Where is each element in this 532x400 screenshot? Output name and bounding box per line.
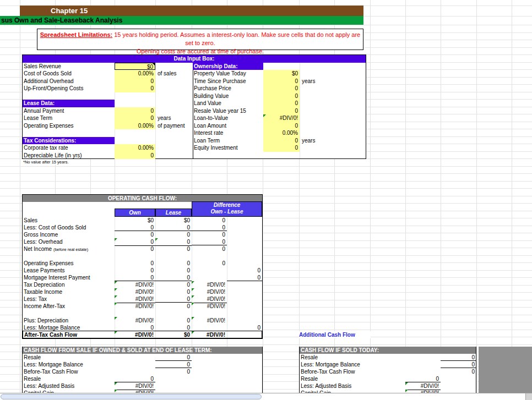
- comment-marker-icon: [153, 63, 155, 65]
- row-label: Resale: [301, 354, 318, 361]
- error-flag-icon: [115, 295, 117, 298]
- loan-term-label: Loan Term: [194, 137, 220, 145]
- outside-sheet-area: [479, 347, 532, 393]
- error-flag-icon: [192, 295, 194, 298]
- value-cell: #DIV/0!: [115, 382, 155, 390]
- loan-to-value-cell: #DIV/0!: [263, 114, 300, 122]
- overhead-input[interactable]: 0: [115, 78, 155, 85]
- own-cell: 0: [115, 231, 155, 238]
- upfront-input[interactable]: 0: [115, 85, 155, 92]
- value-cell: 0: [155, 354, 192, 361]
- error-flag-icon: [115, 317, 117, 320]
- row-label: Resale: [24, 354, 41, 361]
- row-label: Resale: [301, 375, 318, 382]
- property-value-input[interactable]: $0: [263, 70, 300, 78]
- chapter-title-bar: Chapter 15: [20, 6, 363, 16]
- after-tax-cash-flow-row: After-Tax Cash Flow #DIV/0! $0 #DIV/0!: [23, 331, 262, 338]
- interest-rate-input[interactable]: 0.00%: [263, 129, 300, 137]
- horizontal-scrollbar[interactable]: [0, 393, 532, 400]
- own-cell: #DIV/0!: [115, 331, 155, 338]
- lease-cell: 0: [155, 224, 192, 231]
- row-label: Less: Adjusted Basis: [24, 382, 74, 390]
- adjusted-basis-value: #DIV/0!: [405, 382, 441, 390]
- lease-term-label: Lease Term: [24, 114, 52, 122]
- gridline: [300, 63, 300, 159]
- opex-label: Operating Expenses: [24, 122, 74, 130]
- error-flag-icon: [192, 317, 194, 320]
- own-cell: #DIV/0!: [115, 281, 155, 288]
- cogs-input[interactable]: 0.00%: [115, 70, 155, 78]
- sheet-title: sus Own and Sale-Leaseback Analysis: [1, 17, 122, 24]
- lease-cell: $0: [155, 331, 192, 338]
- time-since-purchase-unit: years: [302, 78, 315, 85]
- lease-value: 0: [155, 238, 192, 245]
- overhead-label: Additional Overhead: [24, 78, 74, 85]
- error-flag-icon: [115, 288, 117, 291]
- row-label: Plus: Depreciation: [24, 317, 68, 324]
- cogs-label: Cost of Goods Sold: [24, 70, 72, 78]
- building-value-input[interactable]: 0: [263, 92, 300, 100]
- time-since-purchase-input[interactable]: 0: [263, 78, 300, 85]
- value-cell: 0: [405, 375, 441, 382]
- diff-cell: #DIV/0!: [192, 303, 227, 310]
- loan-term-input[interactable]: 0: [263, 137, 300, 145]
- error-flag-icon: [115, 281, 117, 284]
- value-cell: 0: [441, 368, 476, 375]
- own-cell: 0: [115, 267, 155, 274]
- operating-cash-flow-section: OPERATING CASH FLOW: Own Lease Differenc…: [22, 194, 263, 339]
- row-label: Tax Depreciation: [24, 281, 64, 288]
- opex-input[interactable]: 0.00%: [115, 122, 155, 130]
- diff-value: #DIV/0!: [192, 331, 227, 338]
- error-flag-icon: [115, 238, 117, 241]
- diff-value: #DIV/0!: [192, 288, 227, 295]
- sale-section-header: CASH FLOW FROM SALE IF OWNED & SOLD AT E…: [23, 347, 262, 354]
- row-label: Income After-Tax: [24, 303, 65, 310]
- row-label: Less: Adjusted Basis: [301, 382, 351, 390]
- net-income-note: (before real estate): [53, 247, 88, 252]
- annual-payment-input[interactable]: 0: [115, 107, 155, 115]
- purchase-price-label: Purchase Price: [194, 85, 231, 92]
- lease-cell: 0: [155, 295, 192, 303]
- diff-cell: #DIV/0!: [192, 331, 227, 338]
- sold-today-section: CASH FLOW IF SOLD TODAY: Resale 0 Less: …: [299, 347, 476, 393]
- own-value: #DIV/0!: [115, 288, 155, 295]
- error-flag-icon: [115, 331, 117, 334]
- scrollbar-thumb[interactable]: [1, 394, 262, 399]
- corporate-rate-input[interactable]: 0.00%: [115, 144, 155, 152]
- row-label: Less: Mortgage Balance: [24, 361, 83, 368]
- row-label: Before-Tax Cash Flow: [301, 368, 355, 375]
- row-label: Resale: [24, 375, 41, 382]
- diff-cell: 0: [192, 217, 227, 224]
- additional-cash-flow-label: Additional Cash Flow: [299, 331, 371, 338]
- value-cell: #DIV/0!: [405, 382, 441, 390]
- lease-cell: 0: [155, 274, 192, 281]
- sales-revenue-input[interactable]: $0: [115, 63, 155, 70]
- building-value-label: Building Value: [194, 92, 229, 100]
- resale-value-input[interactable]: 0: [263, 107, 300, 115]
- lease-cell: 0: [155, 281, 192, 288]
- own-cell: #DIV/0!: [115, 288, 155, 295]
- loan-amount-label: Loan Amount: [194, 122, 226, 130]
- row-label: Less: Tax: [24, 295, 47, 303]
- diff-value: #DIV/0!: [192, 281, 227, 288]
- error-flag-icon: [192, 303, 194, 305]
- equity-investment-input[interactable]: 0: [263, 144, 300, 152]
- value-cell: 0: [441, 361, 476, 368]
- lease-term-input[interactable]: 0: [115, 114, 155, 122]
- resale-value-label: Resale Value year 15: [194, 107, 246, 115]
- data-input-box: Data Input Box: Sales Revenue $0 Cost of…: [22, 54, 366, 159]
- annual-payment-label: Annual Payment: [24, 107, 64, 115]
- error-flag-icon: [115, 390, 117, 392]
- diff-value: #DIV/0!: [192, 303, 227, 310]
- lease-cell: 0: [155, 267, 192, 274]
- resize-corner: [525, 393, 532, 400]
- own-value: 0: [115, 238, 155, 245]
- loan-amount-input[interactable]: 0: [263, 122, 300, 130]
- depreciable-life-input[interactable]: 0: [115, 152, 155, 160]
- row-label: Before-Tax Cash Flow: [24, 368, 78, 375]
- loan-to-value-value: #DIV/0!: [263, 114, 300, 122]
- own-cell: 0: [115, 274, 155, 281]
- limitations-note: Spreadsheet Limitations: 15 years holdin…: [37, 29, 363, 50]
- purchase-price-input[interactable]: 0: [263, 85, 300, 92]
- land-value-input[interactable]: 0: [263, 100, 300, 107]
